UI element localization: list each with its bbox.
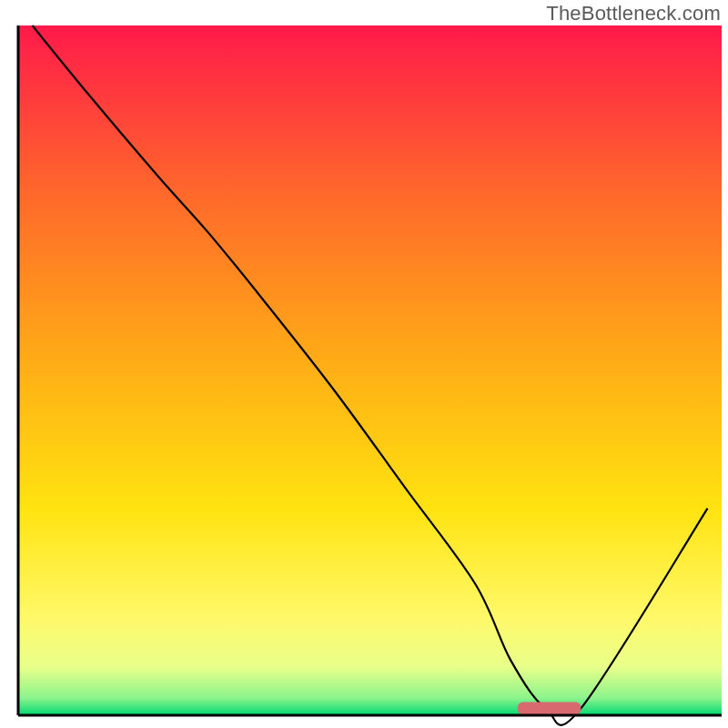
bottleneck-chart bbox=[0, 0, 728, 728]
optimal-marker bbox=[518, 702, 581, 714]
chart-container: { "watermark": "TheBottleneck.com", "cha… bbox=[0, 0, 728, 728]
watermark-text: TheBottleneck.com bbox=[546, 2, 721, 25]
gradient-background bbox=[18, 25, 722, 715]
